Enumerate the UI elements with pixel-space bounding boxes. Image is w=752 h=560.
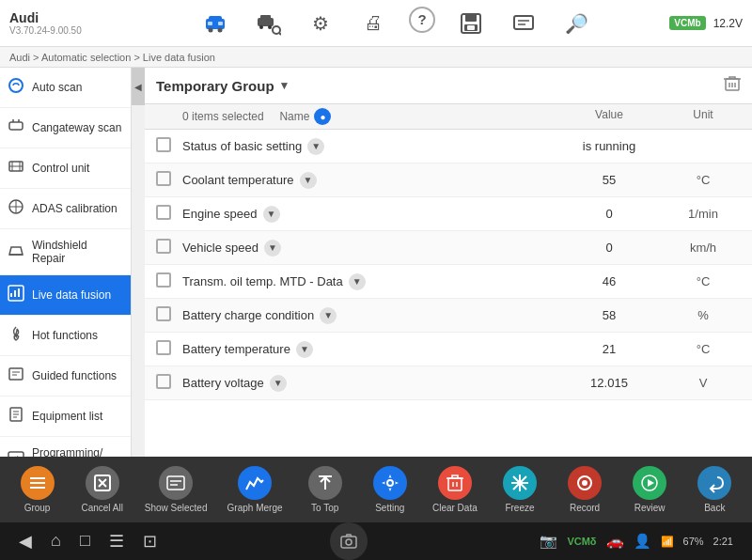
svg-rect-5 xyxy=(218,22,223,25)
freeze-button[interactable]: Freeze xyxy=(492,461,548,518)
table-row: Vehicle speed ▼ 0 km/h xyxy=(145,231,752,265)
record-button[interactable]: Record xyxy=(556,461,613,518)
back-button[interactable]: Back xyxy=(686,461,743,518)
group-button[interactable]: Group xyxy=(9,461,66,518)
info-icon-4[interactable]: ▼ xyxy=(349,273,366,290)
group-title: Temporary Group ▼ xyxy=(156,78,716,94)
autoscan-icon xyxy=(8,77,24,98)
table-row: Battery voltage ▼ 12.015 V xyxy=(145,366,752,400)
items-selected-label: 0 items selected xyxy=(182,110,264,123)
row-unit-4: °C xyxy=(666,274,741,288)
cancel-all-button[interactable]: Cancel All xyxy=(74,461,131,518)
sidebar-item-guidedfunctions[interactable]: Guided functions xyxy=(0,356,131,397)
svg-point-9 xyxy=(268,25,272,29)
sidebar-item-autoscan[interactable]: Auto scan xyxy=(0,68,131,108)
info-icon-2[interactable]: ▼ xyxy=(263,206,280,223)
sidebar-collapse-arrow[interactable]: ◀ xyxy=(132,68,145,105)
info-icon-3[interactable]: ▼ xyxy=(264,240,281,257)
delete-group-icon[interactable] xyxy=(724,75,741,96)
info-icon-0[interactable]: ▼ xyxy=(307,138,324,155)
table-row: Engine speed ▼ 0 1/min xyxy=(145,197,752,231)
android-home-btn[interactable]: ⌂ xyxy=(51,531,61,552)
graph-merge-button[interactable]: Graph Merge xyxy=(222,461,289,518)
sidebar-item-cangateway[interactable]: Cangateway scan xyxy=(0,108,131,148)
android-nav-bar: ◀ ⌂ □ ☰ ⊡ 📷 VCMδ 🚗 👤 📶 67% 2:21 xyxy=(0,522,752,560)
info-icon-6[interactable]: ▼ xyxy=(296,341,313,358)
settings-nav-icon[interactable]: ⚙ xyxy=(304,7,337,40)
svg-point-71 xyxy=(582,480,588,486)
record-icon xyxy=(568,466,602,500)
review-button[interactable]: Review xyxy=(621,461,678,518)
show-selected-label: Show Selected xyxy=(145,503,208,513)
android-split-btn[interactable]: ⊡ xyxy=(143,531,157,552)
message-nav-icon[interactable] xyxy=(507,7,540,40)
sidebar-label-windshield: Windshield Repair xyxy=(32,239,123,265)
row-value-4: 46 xyxy=(553,274,666,288)
android-nav-center xyxy=(330,522,368,560)
search-nav-icon[interactable]: 🔎 xyxy=(559,7,593,40)
to-top-button[interactable]: To Top xyxy=(297,461,353,518)
info-icon-1[interactable]: ▼ xyxy=(300,172,317,189)
svg-point-60 xyxy=(387,480,393,486)
app-version: V3.70.24-9.00.50 xyxy=(9,25,122,36)
row-name-7: Battery voltage ▼ xyxy=(182,375,553,392)
row-checkbox-3[interactable] xyxy=(156,239,182,257)
sort-dot[interactable]: ● xyxy=(314,108,331,125)
svg-point-10 xyxy=(273,26,280,34)
row-name-3: Vehicle speed ▼ xyxy=(182,240,553,257)
equipmentlist-icon xyxy=(8,406,24,427)
android-recent-btn[interactable]: □ xyxy=(80,531,90,552)
svg-point-2 xyxy=(209,27,213,32)
row-checkbox-4[interactable] xyxy=(156,272,182,290)
info-icon-5[interactable]: ▼ xyxy=(320,307,337,324)
row-name-2: Engine speed ▼ xyxy=(182,206,553,223)
clear-data-button[interactable]: Clear Data xyxy=(427,461,483,518)
row-checkbox-0[interactable] xyxy=(156,137,182,155)
group-dropdown-arrow[interactable]: ▼ xyxy=(279,79,290,92)
show-selected-button[interactable]: Show Selected xyxy=(139,461,213,518)
android-icon-1: 📷 xyxy=(540,533,557,550)
row-checkbox-2[interactable] xyxy=(156,205,182,223)
setting-button[interactable]: Setting xyxy=(362,461,418,518)
row-checkbox-7[interactable] xyxy=(156,374,182,392)
freeze-icon xyxy=(503,466,537,500)
svg-rect-55 xyxy=(167,476,184,490)
table-row: Transm. oil temp. MTD - Data ▼ 46 °C xyxy=(145,265,752,299)
car-nav-icon[interactable] xyxy=(198,7,232,40)
svg-rect-1 xyxy=(209,16,222,22)
group-icon xyxy=(21,466,55,500)
row-unit-2: 1/min xyxy=(666,207,741,221)
voltage-display: 12.2V xyxy=(713,17,743,30)
graph-merge-label: Graph Merge xyxy=(227,503,283,513)
row-value-2: 0 xyxy=(553,207,666,221)
print-nav-icon[interactable]: 🖨 xyxy=(356,7,390,40)
sidebar-item-equipmentlist[interactable]: Equipment list xyxy=(0,397,131,437)
scan-nav-icon[interactable] xyxy=(251,7,285,40)
cancel-all-icon xyxy=(86,466,119,500)
svg-rect-35 xyxy=(9,368,23,380)
row-checkbox-1[interactable] xyxy=(156,171,182,189)
sidebar-item-windshield[interactable]: Windshield Repair xyxy=(0,229,131,275)
row-checkbox-6[interactable] xyxy=(156,340,182,358)
wifi-icon: 📶 xyxy=(661,536,674,548)
sidebar-item-adas[interactable]: ADAS calibration xyxy=(0,189,131,229)
android-back-btn[interactable]: ◀ xyxy=(19,531,32,552)
sidebar-item-programming[interactable]: </> Programming/ customization xyxy=(0,437,131,457)
android-menu-btn[interactable]: ☰ xyxy=(109,531,124,552)
programming-icon: </> xyxy=(8,449,24,457)
info-icon-7[interactable]: ▼ xyxy=(270,375,287,392)
table-header-row: Temporary Group ▼ xyxy=(145,68,752,104)
save-nav-icon[interactable] xyxy=(454,7,488,40)
clear-data-label: Clear Data xyxy=(432,503,478,513)
top-header: Audi V3.70.24-9.00.50 xyxy=(0,0,752,47)
help-nav-icon[interactable]: ? xyxy=(409,7,435,33)
sidebar-label-autoscan: Auto scan xyxy=(32,81,82,94)
sidebar-item-hotfunctions[interactable]: Hot functions xyxy=(0,316,131,356)
row-checkbox-5[interactable] xyxy=(156,306,182,324)
svg-rect-61 xyxy=(448,478,462,490)
person-icon: 👤 xyxy=(634,533,651,550)
camera-btn[interactable] xyxy=(330,522,368,560)
row-unit-1: °C xyxy=(666,173,741,187)
sidebar-item-livedatafusion[interactable]: Live data fusion xyxy=(0,275,131,316)
sidebar-item-controlunit[interactable]: Control unit xyxy=(0,148,131,189)
